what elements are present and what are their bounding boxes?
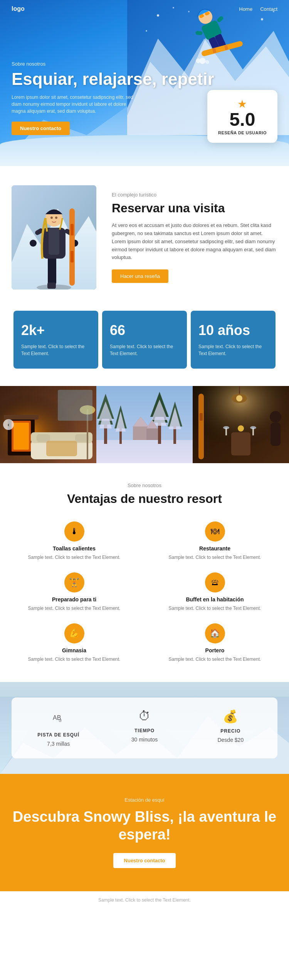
svg-rect-44 bbox=[13, 423, 29, 450]
gallery-item-1 bbox=[96, 386, 193, 463]
advantages-section: Sobre nosotros Ventajas de nuestro resor… bbox=[0, 463, 289, 682]
svg-rect-92 bbox=[198, 394, 204, 459]
advantage-icon-1: 🍽 bbox=[205, 521, 225, 542]
stat-number-2: 10 años bbox=[198, 322, 268, 339]
navigation: logo Home Contact bbox=[0, 0, 289, 18]
advantage-item-1: 🍽 Restaurante Sample text. Click to sele… bbox=[152, 521, 277, 561]
svg-point-82 bbox=[238, 425, 244, 432]
stats-section: 2k+ Sample text. Click to select the Tex… bbox=[0, 309, 289, 386]
info-card-2: 💰 PRECIO Desde $20 bbox=[192, 709, 270, 747]
svg-rect-78 bbox=[96, 386, 193, 463]
info-section: AB ↺ PISTA DE ESQUÍ 7,3 millas ⏱ TIEMPO … bbox=[0, 682, 289, 774]
rating-star: ★ bbox=[218, 98, 267, 110]
svg-point-21 bbox=[146, 30, 147, 32]
advantage-icon-symbol-1: 🍽 bbox=[211, 526, 219, 537]
advantage-icon-symbol-3: 🛎 bbox=[211, 577, 219, 587]
advantage-title-1: Restaurante bbox=[199, 545, 230, 552]
hero-description: Lorem ipsum dolor sit amet, consetetur s… bbox=[12, 94, 139, 115]
svg-rect-37 bbox=[71, 224, 74, 235]
svg-point-33 bbox=[55, 217, 57, 219]
svg-rect-38 bbox=[71, 251, 74, 262]
stat-card-1: 66 Sample text. Click to select the Text… bbox=[102, 311, 187, 369]
info-icon-0: AB ↺ bbox=[19, 709, 97, 728]
gallery-item-2 bbox=[193, 386, 289, 463]
gallery-item-0 bbox=[0, 386, 96, 463]
stat-number-0: 2k+ bbox=[21, 322, 91, 339]
footer-text: Sample text. Click to select the Text El… bbox=[12, 897, 277, 903]
advantage-icon-3: 🛎 bbox=[205, 572, 225, 592]
advantage-icon-symbol-0: 🌡 bbox=[70, 526, 79, 537]
svg-point-19 bbox=[261, 18, 263, 20]
svg-rect-48 bbox=[37, 434, 50, 442]
nav-home[interactable]: Home bbox=[239, 6, 253, 12]
svg-rect-81 bbox=[231, 432, 250, 455]
advantage-item-4: 💪 Gimnasia Sample text. Click to select … bbox=[12, 623, 137, 663]
visit-label: El complejo turístico bbox=[112, 192, 277, 198]
hero-cta-button[interactable]: Nuestro contacto bbox=[12, 122, 70, 135]
info-card-1: ⏱ TIEMPO 30 minutos bbox=[105, 709, 183, 747]
advantage-text-5: Sample text. Click to select the Text El… bbox=[169, 656, 261, 663]
svg-point-85 bbox=[236, 395, 242, 401]
stat-text-2: Sample text. Click to select the Text El… bbox=[198, 343, 268, 357]
rating-card: ★ 5.0 RESEÑA DE USUARIO bbox=[207, 90, 277, 143]
svg-rect-49 bbox=[75, 434, 89, 442]
svg-point-90 bbox=[270, 411, 281, 423]
svg-text:↺: ↺ bbox=[59, 719, 62, 723]
svg-rect-39 bbox=[47, 283, 56, 289]
stat-text-1: Sample text. Click to select the Text El… bbox=[110, 343, 179, 357]
stat-card-2: 10 años Sample text. Click to select the… bbox=[191, 311, 276, 369]
gallery-section: ‹ bbox=[0, 386, 289, 463]
info-icon-2: 💰 bbox=[192, 709, 270, 724]
visit-section: El complejo turístico Reservar una visit… bbox=[0, 166, 289, 309]
advantage-title-5: Portero bbox=[205, 647, 225, 653]
advantage-icon-0: 🌡 bbox=[64, 521, 84, 542]
info-card-0: AB ↺ PISTA DE ESQUÍ 7,3 millas bbox=[19, 709, 97, 747]
svg-rect-91 bbox=[271, 423, 281, 446]
stat-text-0: Sample text. Click to select the Text El… bbox=[21, 343, 91, 357]
rating-number: 5.0 bbox=[218, 110, 267, 129]
advantage-item-3: 🛎 Buffet en la habitación Sample text. C… bbox=[152, 572, 277, 612]
visit-image bbox=[12, 185, 96, 289]
svg-rect-93 bbox=[200, 413, 203, 421]
advantages-grid: 🌡 Toallas calientes Sample text. Click t… bbox=[12, 521, 277, 663]
advantages-title: Ventajas de nuestro resort bbox=[12, 491, 277, 506]
svg-rect-36 bbox=[69, 208, 75, 286]
cta-button[interactable]: Nuestro contacto bbox=[113, 853, 176, 868]
info-card-value-1: 30 minutos bbox=[105, 736, 183, 743]
advantage-text-4: Sample text. Click to select the Text El… bbox=[28, 656, 121, 663]
info-card-title-2: PRECIO bbox=[192, 728, 270, 734]
svg-point-87 bbox=[223, 426, 229, 429]
nav-contact[interactable]: Contact bbox=[260, 6, 277, 12]
advantage-title-4: Gimnasia bbox=[62, 647, 86, 653]
advantage-icon-4: 💪 bbox=[64, 623, 84, 643]
advantage-item-0: 🌡 Toallas calientes Sample text. Click t… bbox=[12, 521, 137, 561]
advantage-icon-5: 🏠 bbox=[205, 623, 225, 643]
visit-description: At vero eos et accusam et justo duo dolo… bbox=[112, 222, 277, 262]
cta-section: Estación de esquí Descubra Snowy Bliss, … bbox=[0, 774, 289, 891]
stat-number-1: 66 bbox=[110, 322, 179, 339]
info-card-value-0: 7,3 millas bbox=[19, 741, 97, 747]
rating-label: RESEÑA DE USUARIO bbox=[218, 130, 267, 135]
visit-text: El complejo turístico Reservar una visit… bbox=[112, 192, 277, 283]
advantage-item-2: 🏋 Preparado para ti Sample text. Click t… bbox=[12, 572, 137, 612]
advantage-title-2: Preparado para ti bbox=[52, 596, 96, 603]
advantage-icon-2: 🏋 bbox=[64, 572, 84, 592]
advantage-item-5: 🏠 Portero Sample text. Click to select t… bbox=[152, 623, 277, 663]
logo: logo bbox=[12, 5, 25, 12]
svg-point-34 bbox=[30, 240, 37, 247]
svg-point-89 bbox=[250, 426, 256, 429]
advantage-title-3: Buffet en la habitación bbox=[186, 596, 244, 603]
advantage-text-2: Sample text. Click to select the Text El… bbox=[28, 605, 121, 612]
nav-links: Home Contact bbox=[239, 6, 278, 12]
gallery-prev-button[interactable]: ‹ bbox=[3, 419, 14, 430]
svg-rect-53 bbox=[58, 390, 92, 421]
info-card-title-0: PISTA DE ESQUÍ bbox=[19, 732, 97, 738]
visit-cta-button[interactable]: Hacer una reseña bbox=[112, 269, 168, 283]
hero-title: Esquiar, relajarse, repetir bbox=[12, 70, 214, 88]
hero-label: Sobre nosotros bbox=[12, 61, 214, 67]
advantage-icon-symbol-5: 🏠 bbox=[210, 628, 220, 638]
advantage-text-3: Sample text. Click to select the Text El… bbox=[169, 605, 261, 612]
svg-rect-26 bbox=[48, 255, 56, 286]
info-icon-1: ⏱ bbox=[105, 709, 183, 723]
advantage-text-1: Sample text. Click to select the Text El… bbox=[169, 554, 261, 561]
